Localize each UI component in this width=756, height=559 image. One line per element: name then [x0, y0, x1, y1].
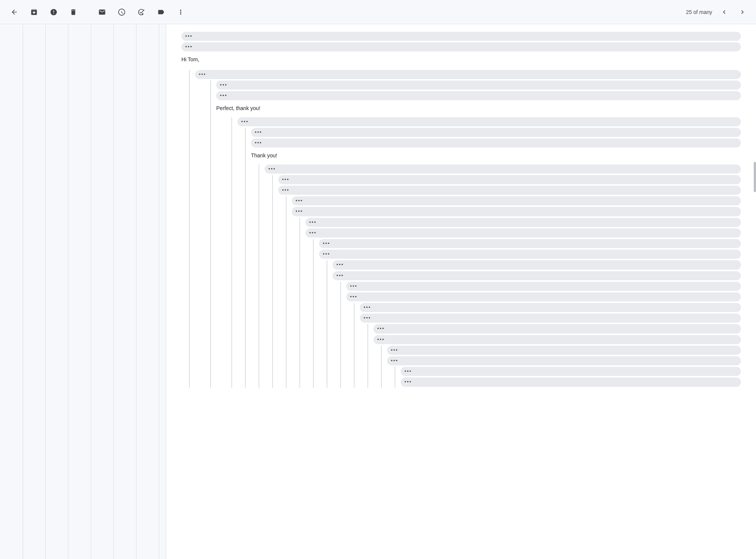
- ellipsis-pill[interactable]: •••: [333, 271, 741, 280]
- reply2-container: Thank you!: [251, 151, 741, 160]
- thread-row-l12b: •••: [360, 314, 741, 323]
- thread-row-l12a: •••: [360, 303, 741, 313]
- scrollbar-track[interactable]: [753, 48, 756, 559]
- thread-row-l11a: •••: [346, 282, 741, 292]
- thread-row-l14a: •••: [387, 346, 741, 356]
- scrollbar-handle[interactable]: [754, 162, 756, 192]
- ellipsis-pill[interactable]: •••: [278, 186, 741, 195]
- thread-indent-15: ••• •••: [395, 367, 741, 387]
- ellipsis-pill[interactable]: •••: [305, 228, 741, 238]
- ellipsis-pill[interactable]: •••: [181, 42, 741, 51]
- thread-row-l3: •••: [237, 117, 741, 127]
- thread-row-l2a: •••: [216, 81, 741, 90]
- pagination-label: 25 of many: [686, 9, 712, 15]
- mark-unread-button[interactable]: [94, 4, 110, 20]
- greeting-text: Hi Tom,: [181, 56, 199, 62]
- vline-1: [23, 24, 23, 559]
- thread-row-l6b: •••: [278, 186, 741, 196]
- ellipsis-pill[interactable]: •••: [401, 367, 741, 376]
- thread-row-l11b: •••: [346, 292, 741, 302]
- ellipsis-pill[interactable]: •••: [319, 239, 741, 248]
- vline-6: [136, 24, 136, 559]
- next-email-button[interactable]: [735, 5, 750, 20]
- ellipsis-pill[interactable]: •••: [195, 70, 741, 79]
- thread-indent-12: ••• •••: [354, 303, 741, 388]
- email-content: ••• ••• Hi Tom, ••• ••• •••: [166, 24, 756, 559]
- vline-7: [159, 24, 159, 559]
- thread-indent-5: ••• ••• •••: [259, 165, 741, 388]
- ellipsis-pill[interactable]: •••: [292, 207, 741, 216]
- columns-area: [0, 24, 166, 559]
- thread-row-l15a: •••: [401, 367, 741, 377]
- ellipsis-pill[interactable]: •••: [305, 218, 741, 227]
- thread-indent-8: ••• ••• •••: [299, 218, 741, 388]
- thread-row-l6a: •••: [278, 175, 741, 185]
- ellipsis-pill[interactable]: •••: [181, 32, 741, 41]
- thread-indent-2: ••• ••• Perfect, thank you! •••: [210, 81, 741, 388]
- reply2-text: Thank you!: [251, 152, 277, 158]
- label-button[interactable]: [153, 4, 169, 20]
- ellipsis-pill[interactable]: •••: [333, 260, 741, 269]
- ellipsis-pill[interactable]: •••: [237, 117, 741, 126]
- thread-indent-13: ••• •••: [367, 324, 741, 387]
- report-spam-button[interactable]: [45, 4, 62, 20]
- main-area: ••• ••• Hi Tom, ••• ••• •••: [0, 24, 756, 559]
- thread-row-l4b: •••: [251, 138, 741, 148]
- ellipsis-pill[interactable]: •••: [216, 91, 741, 100]
- thread-indent-7: ••• ••• •••: [286, 196, 741, 387]
- thread-indent-3: ••• ••• ••• Thank you!: [231, 117, 741, 388]
- add-to-tasks-button[interactable]: [133, 4, 150, 20]
- ellipsis-pill[interactable]: •••: [373, 335, 741, 344]
- back-button[interactable]: [6, 4, 23, 20]
- toolbar-left: [6, 4, 189, 20]
- ellipsis-pill[interactable]: •••: [387, 356, 741, 365]
- thread-indent-6: ••• ••• •••: [272, 175, 741, 388]
- thread-row-l7b: •••: [292, 207, 741, 217]
- thread-row-l7a: •••: [292, 196, 741, 206]
- toolbar-right: 25 of many: [686, 5, 750, 20]
- thread-row-l10b: •••: [333, 271, 741, 281]
- vline-4: [91, 24, 91, 559]
- thread-indent-9: ••• ••• •: [313, 239, 741, 388]
- ellipsis-pill[interactable]: •••: [251, 128, 741, 137]
- thread-indent-4: ••• ••• Thank you! •••: [245, 128, 741, 388]
- ellipsis-pill[interactable]: •••: [360, 303, 741, 312]
- ellipsis-pill[interactable]: •••: [373, 324, 741, 333]
- thread-row-l13a: •••: [373, 324, 741, 334]
- thread-indent-10: ••• •••: [327, 260, 741, 387]
- thread-row-l14b: •••: [387, 356, 741, 366]
- more-options-button[interactable]: [172, 4, 189, 20]
- vline-5: [113, 24, 114, 559]
- ellipsis-pill[interactable]: •••: [251, 138, 741, 148]
- thread-row-l2b: •••: [216, 91, 741, 101]
- ellipsis-pill[interactable]: •••: [265, 165, 741, 174]
- thread-row-l15b: •••: [401, 377, 741, 387]
- thread-row-l9b: •••: [319, 250, 741, 259]
- ellipsis-pill[interactable]: •••: [346, 282, 741, 291]
- ellipsis-pill[interactable]: •••: [216, 81, 741, 90]
- thread-row-l1: •••: [195, 70, 741, 80]
- thread-row-top2: •••: [181, 42, 741, 52]
- snooze-button[interactable]: [113, 4, 130, 20]
- ellipsis-pill[interactable]: •••: [401, 377, 741, 387]
- ellipsis-pill[interactable]: •••: [319, 250, 741, 259]
- ellipsis-pill[interactable]: •••: [387, 346, 741, 355]
- archive-button[interactable]: [26, 4, 42, 20]
- reply1-text: Perfect, thank you!: [216, 105, 260, 111]
- ellipsis-pill[interactable]: •••: [346, 292, 741, 301]
- prev-email-button[interactable]: [717, 5, 732, 20]
- greeting-container: Hi Tom,: [181, 55, 741, 64]
- thread-row-l8b: •••: [305, 228, 741, 238]
- delete-button[interactable]: [65, 4, 82, 20]
- ellipsis-pill[interactable]: •••: [360, 314, 741, 323]
- thread-indent-14: ••• •••: [381, 346, 741, 388]
- thread-row-l10a: •••: [333, 260, 741, 270]
- ellipsis-pill[interactable]: •••: [292, 196, 741, 205]
- thread-row-l8a: •••: [305, 218, 741, 228]
- thread-indent-11: ••• •••: [340, 282, 741, 388]
- thread-row-top1: •••: [181, 32, 741, 42]
- thread-indent-1: ••• ••• ••• Perfect, thank you! •••: [189, 70, 741, 388]
- reply1-container: Perfect, thank you!: [216, 104, 741, 112]
- thread-row-l9a: •••: [319, 239, 741, 249]
- ellipsis-pill[interactable]: •••: [278, 175, 741, 184]
